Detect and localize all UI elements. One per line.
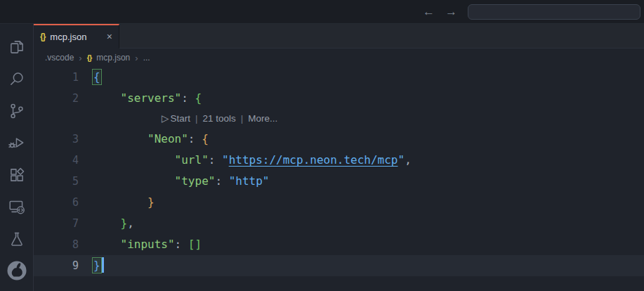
code-token: "Neon" (147, 132, 188, 146)
line-number[interactable]: 5 (34, 171, 79, 192)
codelens-separator: | (241, 113, 244, 124)
codelens-link-start[interactable]: ▷Start (162, 113, 190, 124)
rabbit-logo-icon (6, 260, 27, 281)
testing-icon (8, 230, 26, 248)
code-token: "http" (229, 174, 270, 188)
code-token: } (121, 216, 128, 230)
remote-explorer-icon (8, 198, 26, 216)
code-token: : (188, 132, 202, 146)
activity-item-rabbit-logo[interactable] (0, 255, 34, 287)
code-line[interactable]: 8 "inputs": [] (34, 234, 644, 255)
line-number[interactable]: 2 (34, 88, 79, 109)
workbench: {} mcp.json × .vscode › {} mcp.json › ..… (0, 24, 644, 291)
extensions-icon (8, 166, 26, 184)
history-nav: ← → (423, 0, 457, 23)
activity-bar (0, 24, 34, 291)
line-number[interactable]: 6 (34, 192, 79, 213)
source-control-icon (8, 102, 26, 120)
run-triangle-icon: ▷ (162, 113, 169, 124)
code-token: " (222, 153, 229, 167)
code-line[interactable]: 4 "url": "https://mcp.neon.tech/mcp", (34, 150, 644, 171)
code-token: https://mcp.neon.tech/mcp (229, 153, 398, 167)
text-cursor (102, 257, 104, 273)
code-token: , (127, 216, 134, 230)
json-braces-icon: {} (40, 32, 45, 41)
code-token: "type" (175, 174, 216, 188)
code-content: "Neon": { (79, 129, 209, 150)
code-content: { (79, 67, 100, 88)
code-token (93, 132, 147, 146)
code-token (93, 153, 175, 167)
line-number[interactable]: 3 (34, 129, 79, 150)
code-token: , (405, 153, 412, 167)
matched-bracket: } (93, 259, 100, 272)
code-line[interactable]: 2 "servers": { (34, 88, 644, 109)
run-debug-icon (8, 134, 26, 152)
code-content: }, (79, 213, 134, 234)
line-number[interactable]: 8 (34, 234, 79, 255)
forward-arrow-icon[interactable]: → (445, 6, 457, 18)
code-token: { (195, 91, 202, 105)
matched-bracket: { (93, 70, 100, 84)
tab-label: mcp.json (50, 32, 86, 42)
activity-item-explorer[interactable] (0, 31, 34, 63)
codelens-link-21-tools[interactable]: 21 tools (202, 113, 235, 124)
code-content: "servers": { (79, 88, 202, 109)
code-token (93, 174, 175, 188)
chevron-right-icon: › (79, 53, 81, 63)
code-content: } (79, 192, 155, 213)
line-number[interactable]: 4 (34, 150, 79, 171)
activity-item-run-debug[interactable] (0, 127, 34, 160)
code-token (93, 195, 147, 209)
code-token: { (202, 132, 209, 146)
search-icon (8, 70, 26, 88)
code-token: [] (188, 238, 202, 251)
code-token (93, 216, 121, 230)
activity-item-search[interactable] (0, 63, 34, 96)
code-token (93, 91, 121, 105)
codelens-row[interactable]: ▷Start|21 tools|More... (34, 109, 644, 129)
close-icon[interactable]: × (107, 31, 112, 42)
back-arrow-icon[interactable]: ← (423, 6, 435, 18)
code-content: "inputs": [] (79, 234, 202, 255)
code-token: : (215, 174, 228, 188)
line-number[interactable]: 7 (34, 213, 79, 234)
tab-mcp-json[interactable]: {} mcp.json × (34, 24, 119, 48)
line-number[interactable]: 9 (34, 255, 79, 276)
editor-code[interactable]: 1{2 "servers": {▷Start|21 tools|More...3… (34, 67, 644, 291)
code-line[interactable]: 7 }, (34, 213, 644, 234)
json-braces-icon: {} (87, 53, 92, 62)
code-line[interactable]: 3 "Neon": { (34, 129, 644, 150)
code-token: "url" (175, 153, 209, 167)
command-center-searchbox[interactable] (468, 4, 640, 20)
tab-bar: {} mcp.json × (34, 24, 644, 48)
code-token: : (181, 91, 195, 105)
code-line[interactable]: 5 "type": "http" (34, 171, 644, 192)
code-line[interactable]: 9} (34, 255, 644, 276)
codelens-content: ▷Start|21 tools|More... (79, 109, 277, 129)
code-token: : (209, 153, 222, 167)
gutter-spacer (34, 109, 79, 129)
activity-item-source-control[interactable] (0, 95, 34, 127)
code-token: : (175, 238, 188, 251)
code-content: "url": "https://mcp.neon.tech/mcp", (79, 150, 412, 171)
code-line[interactable]: 1{ (34, 67, 644, 88)
code-line[interactable]: 6 } (34, 192, 644, 213)
code-content: } (79, 255, 104, 276)
activity-item-extensions[interactable] (0, 159, 34, 191)
line-number[interactable]: 1 (34, 67, 79, 88)
codelens-separator: | (195, 113, 198, 124)
code-token (93, 238, 121, 251)
editor-group: {} mcp.json × .vscode › {} mcp.json › ..… (34, 24, 644, 291)
activity-item-testing[interactable] (0, 223, 34, 255)
code-token: "inputs" (121, 238, 175, 251)
codelens-link-more[interactable]: More... (248, 113, 277, 124)
breadcrumb-item-vscode[interactable]: .vscode (45, 53, 74, 63)
breadcrumb-item-symbol[interactable]: ... (143, 53, 150, 63)
activity-item-remote-explorer[interactable] (0, 191, 34, 224)
code-token: " (398, 153, 405, 167)
code-token: "servers" (121, 91, 182, 105)
breadcrumb-item-mcp-json[interactable]: mcp.json (96, 53, 130, 63)
code-content: "type": "http" (79, 171, 269, 192)
breadcrumb: .vscode › {} mcp.json › ... (34, 48, 644, 67)
